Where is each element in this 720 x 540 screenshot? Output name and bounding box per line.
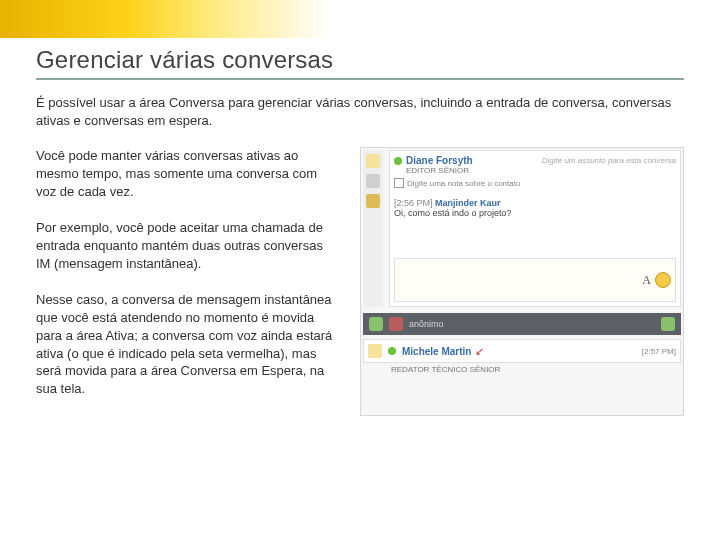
- presence-dot-icon: [394, 157, 402, 165]
- attachment-icon: [366, 174, 380, 188]
- red-arrow-icon: ↙: [475, 345, 484, 358]
- hold-contact-role: REDATOR TÉCNICO SÊNIOR: [391, 365, 681, 374]
- body-paragraph: Nesse caso, a conversa de mensagem insta…: [36, 291, 336, 399]
- font-format-icon: A: [642, 273, 651, 288]
- message-sender: Manjinder Kaur: [435, 198, 501, 208]
- message-text: Oi, como está indo o projeto?: [394, 208, 512, 218]
- contact-role: EDITOR SÊNIOR: [406, 166, 676, 175]
- body-paragraph: Você pode manter várias conversas ativas…: [36, 147, 336, 201]
- emoji-icon: [655, 272, 671, 288]
- compose-hint: Digite um assunto para esta conversa: [542, 156, 676, 165]
- compose-area: A: [394, 258, 676, 302]
- contact-name: Diane Forsyth: [406, 155, 473, 166]
- hold-contact-name: Michele Martin: [402, 346, 471, 357]
- accent-banner: [0, 0, 720, 38]
- answer-call-icon: [369, 317, 383, 331]
- chat-bubble-icon: [366, 154, 380, 168]
- note-checkbox-icon: [394, 178, 404, 188]
- chat-bubble-icon: [368, 344, 382, 358]
- hold-conversation-row: Michele Martin ↙ [2:57 PM]: [363, 339, 681, 363]
- chat-sidebar: [363, 150, 383, 307]
- caller-label: anônimo: [409, 319, 655, 329]
- message-timestamp: [2:56 PM]: [394, 198, 433, 208]
- lead-paragraph: É possível usar a área Conversa para ger…: [36, 94, 684, 129]
- end-call-icon: [389, 317, 403, 331]
- active-conversation-panel: Diane Forsyth Digite um assunto para est…: [389, 150, 681, 307]
- handset-icon: [661, 317, 675, 331]
- body-paragraph: Por exemplo, você pode aceitar uma chama…: [36, 219, 336, 273]
- call-control-bar: anônimo: [363, 313, 681, 335]
- hold-timestamp: [2:57 PM]: [642, 347, 676, 356]
- note-label: Digite uma nota sobre o contato: [407, 179, 520, 188]
- page-title: Gerenciar várias conversas: [36, 46, 684, 74]
- chat-screenshot: Diane Forsyth Digite um assunto para est…: [360, 147, 684, 416]
- title-rule: [36, 78, 684, 80]
- presence-dot-icon: [388, 347, 396, 355]
- folder-icon: [366, 194, 380, 208]
- body-text-column: Você pode manter várias conversas ativas…: [36, 147, 336, 416]
